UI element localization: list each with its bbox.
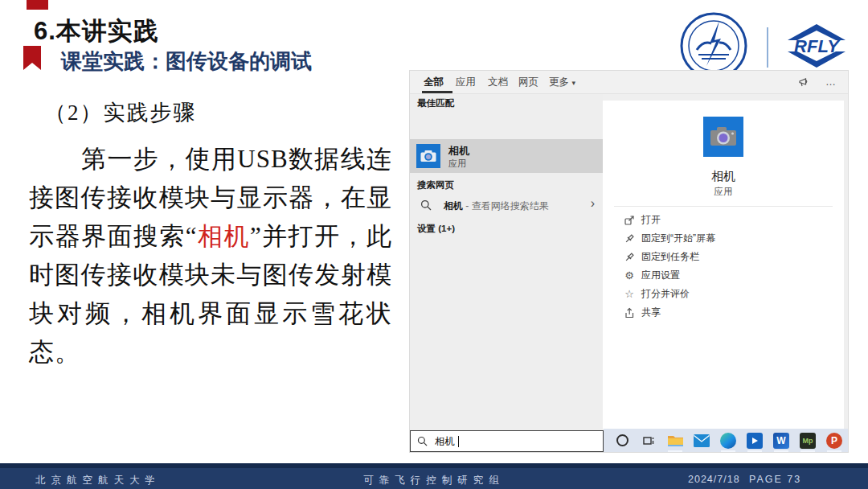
windows-taskbar: W Mp P	[604, 429, 848, 452]
presentation-slide: 6.本讲实践 课堂实践：图传设备的调试 （2）实践步骤 第一步，使用USB数据线…	[0, 0, 868, 489]
best-match-app-type: 应用	[448, 158, 466, 170]
footer-university: 北京航空航天大学	[35, 474, 161, 487]
body-paragraph: 第一步，使用USB数据线连接图传接收模块与显示器，在显示器界面搜索“相机”并打开…	[29, 140, 392, 372]
step-heading: （2）实践步骤	[44, 98, 197, 127]
tab-all[interactable]: 全部	[424, 76, 444, 89]
slide-footer: 北京航空航天大学 可靠飞行控制研究组 2024/7/18 PAGE 73	[0, 463, 868, 489]
tab-more[interactable]: 更多 ▾	[549, 76, 575, 89]
action-pin-to-start[interactable]: 固定到“开始”屏幕	[603, 229, 844, 248]
mail-icon[interactable]	[693, 432, 710, 450]
best-match-result-camera[interactable]: 相机 应用	[410, 139, 603, 173]
preview-app-type: 应用	[603, 186, 844, 198]
web-search-section-label: 搜索网页	[417, 179, 454, 191]
mp-app-icon[interactable]: Mp	[799, 432, 817, 450]
action-rate-review[interactable]: ☆ 打分并评价	[603, 285, 844, 303]
taskbar-search-input[interactable]: 相机	[410, 430, 604, 452]
rfly-text: RFLY	[794, 36, 841, 56]
web-query-suffix: - 查看网络搜索结果	[463, 200, 549, 212]
footer-page-number: PAGE 73	[749, 474, 801, 485]
web-search-result[interactable]: 相机 - 查看网络搜索结果 ›	[410, 194, 603, 218]
cortana-icon[interactable]	[613, 432, 631, 450]
rate-icon: ☆	[623, 288, 636, 301]
slide-subtitle: 课堂实践：图传设备的调试	[61, 47, 312, 76]
camera-app-icon	[416, 144, 440, 168]
paragraph-highlight: 相机	[198, 222, 250, 250]
action-open[interactable]: 打开	[603, 211, 844, 229]
feedback-icon[interactable]	[798, 76, 809, 88]
tab-web[interactable]: 网页	[518, 76, 538, 89]
web-query: 相机	[444, 200, 463, 212]
preview-app-name: 相机	[603, 169, 844, 184]
logo-divider	[767, 27, 768, 68]
best-match-section-label: 最佳匹配	[417, 97, 454, 109]
search-icon	[420, 199, 432, 211]
chevron-down-icon: ▾	[571, 79, 575, 87]
search-input-value: 相机	[435, 435, 455, 449]
bookmark-icon	[23, 46, 41, 70]
search-filter-tabs: 全部 应用 文档 网页 更多 ▾ …	[410, 71, 848, 94]
footer-research-group: 可靠飞行控制研究组	[363, 474, 505, 487]
pin-icon	[623, 251, 636, 264]
word-icon[interactable]: W	[772, 432, 790, 450]
edge-icon[interactable]	[719, 432, 737, 450]
tab-apps[interactable]: 应用	[456, 76, 476, 89]
open-icon	[623, 214, 636, 227]
action-app-settings[interactable]: ⚙ 应用设置	[603, 266, 844, 285]
divider	[614, 206, 833, 207]
selected-tab-underline	[422, 91, 452, 93]
powerpoint-icon[interactable]: P	[825, 432, 843, 450]
windows-search-panel: 全部 应用 文档 网页 更多 ▾ … 最佳匹配	[410, 71, 848, 452]
rfly-logo: RFLY	[776, 19, 857, 72]
best-match-app-name: 相机	[448, 144, 469, 158]
pin-icon	[623, 232, 636, 245]
text-caret	[458, 436, 459, 447]
more-options-icon[interactable]: …	[825, 76, 837, 88]
share-icon	[623, 306, 636, 319]
tab-documents[interactable]: 文档	[488, 76, 508, 89]
movies-tv-icon[interactable]	[746, 432, 764, 450]
search-icon	[417, 436, 428, 446]
file-explorer-icon[interactable]	[666, 432, 684, 450]
context-action-menu: 打开 固定到“开始”屏幕 固定到任务	[603, 211, 844, 322]
settings-section-label: 设置 (1+)	[417, 223, 455, 235]
search-results-panel: 最佳匹配 相机 应用 搜索网页	[410, 94, 603, 430]
camera-app-large-icon	[703, 117, 743, 157]
accent-rect	[27, 0, 48, 10]
action-pin-to-taskbar[interactable]: 固定到任务栏	[603, 248, 844, 266]
chevron-right-icon[interactable]: ›	[591, 196, 595, 211]
action-share[interactable]: 共享	[603, 303, 844, 322]
result-preview-panel: 相机 应用 打开	[603, 101, 844, 429]
page-title: 6.本讲实践	[34, 14, 159, 48]
task-view-icon[interactable]	[640, 432, 657, 450]
gear-icon: ⚙	[623, 269, 636, 282]
footer-date: 2024/7/18	[688, 474, 740, 485]
